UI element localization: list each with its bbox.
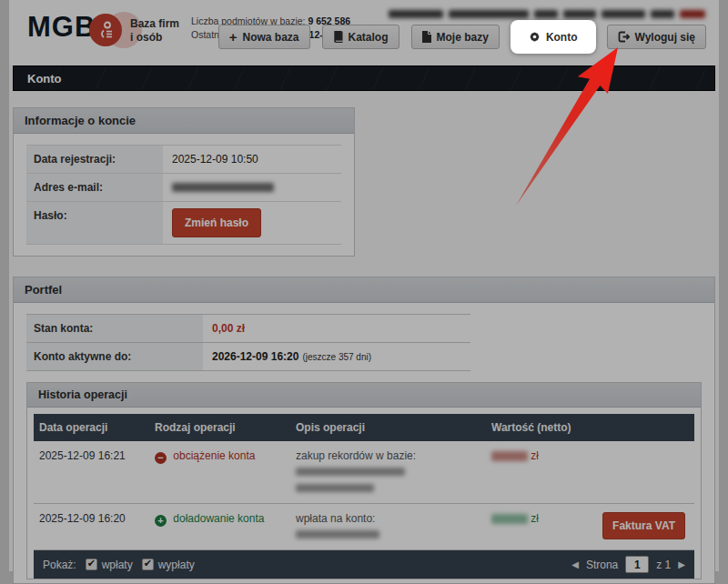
operations-history-title: Historia operacji bbox=[27, 383, 701, 408]
redacted-text bbox=[534, 10, 558, 18]
operation-date: 2025-12-09 16:21 bbox=[34, 441, 149, 470]
account-button[interactable]: Konto bbox=[518, 25, 589, 49]
gear-icon bbox=[529, 31, 541, 43]
filter-option-label[interactable]: wpłaty bbox=[102, 559, 133, 571]
registration-date-value: 2025-12-09 10:50 bbox=[163, 146, 341, 173]
viewport: MGBI Baza firm i osób bbox=[0, 0, 728, 584]
catalog-button[interactable]: Katalog bbox=[322, 25, 399, 49]
page-number-input[interactable] bbox=[625, 556, 649, 573]
col-desc: Opis operacji bbox=[290, 414, 486, 441]
operation-type: obciążenie konta bbox=[173, 449, 255, 462]
filter-option-label[interactable]: wypłaty bbox=[158, 559, 195, 571]
redacted-email bbox=[172, 183, 274, 192]
col-value: Wartość (netto) bbox=[486, 414, 694, 441]
filter-label: Pokaż: bbox=[43, 559, 76, 571]
col-date: Data operacji bbox=[34, 414, 149, 441]
active-until-label: Konto aktywne do: bbox=[26, 343, 203, 370]
redacted-desc-line bbox=[296, 484, 374, 492]
account-info-table: Data rejestracji: 2025-12-09 10:50 Adres… bbox=[26, 145, 341, 245]
balance-value: 0,00 zł bbox=[212, 322, 245, 335]
active-until-value: 2026-12-09 16:20 bbox=[212, 350, 298, 363]
operation-date: 2025-12-09 16:20 bbox=[34, 504, 149, 533]
redacted-user-info bbox=[389, 10, 705, 18]
redacted-text bbox=[651, 10, 674, 18]
pagination-label: Strona bbox=[586, 559, 618, 571]
redacted-text bbox=[389, 10, 443, 18]
table-row: Hasło: Zmień hasło bbox=[26, 201, 341, 245]
wallet-title: Portfel bbox=[14, 277, 714, 303]
col-type: Rodzaj operacji bbox=[149, 414, 290, 441]
logout-icon bbox=[618, 31, 630, 43]
plus-icon: + bbox=[229, 30, 238, 44]
logo-circle bbox=[89, 14, 122, 46]
balance-label: Stan konta: bbox=[26, 315, 203, 342]
currency: zł bbox=[531, 512, 539, 525]
operation-desc: zakup rekordów w bazie: bbox=[296, 449, 480, 462]
page: MGBI Baza firm i osób bbox=[9, 0, 719, 571]
redacted-amount bbox=[491, 514, 528, 524]
checkbox-wyplaty[interactable] bbox=[142, 559, 154, 570]
change-password-button[interactable]: Zmień hasło bbox=[172, 208, 261, 237]
redacted-desc-line bbox=[296, 530, 379, 539]
plus-circle-icon: + bbox=[155, 515, 167, 527]
tagline-line1: Baza firm bbox=[130, 17, 179, 31]
logo-tagline: Baza firm i osób bbox=[130, 17, 179, 45]
redacted-amount bbox=[491, 451, 528, 461]
operation-row: 2025-12-09 16:20 + doładowanie konta wpł… bbox=[34, 504, 694, 550]
redacted-text bbox=[602, 10, 645, 18]
operation-row: 2025-12-09 16:21 − obciążenie konta zaku… bbox=[34, 441, 694, 504]
page-title: Konto bbox=[13, 65, 715, 91]
wallet-panel: Portfel Stan konta: 0,00 zł Konto aktywn… bbox=[13, 277, 715, 584]
logout-button[interactable]: Wyloguj się bbox=[607, 25, 706, 49]
registration-date-label: Data rejestracji: bbox=[26, 146, 163, 173]
main-nav: + Nowa baza Katalog Moje bazy bbox=[218, 25, 706, 49]
pagination: ◀ Strona z 1 ▶ bbox=[571, 556, 685, 573]
redacted-desc-line bbox=[296, 468, 405, 476]
my-databases-button[interactable]: Moje bazy bbox=[411, 25, 500, 49]
table-row: Stan konta: 0,00 zł bbox=[26, 314, 470, 342]
redacted-text-red bbox=[680, 10, 705, 18]
table-row: Adres e-mail: bbox=[26, 173, 341, 201]
book-icon bbox=[333, 31, 343, 43]
currency: zł bbox=[531, 449, 539, 462]
active-until-note: (jeszcze 357 dni) bbox=[302, 352, 371, 362]
operation-type: doładowanie konta bbox=[173, 512, 264, 525]
checkbox-wplaty[interactable] bbox=[86, 559, 97, 570]
table-row: Data rejestracji: 2025-12-09 10:50 bbox=[26, 145, 341, 173]
prev-page-icon[interactable]: ◀ bbox=[571, 559, 579, 569]
app-header: MGBI Baza firm i osób bbox=[9, 0, 719, 65]
redacted-text bbox=[563, 10, 596, 18]
operation-desc: wpłata na konto: bbox=[296, 512, 480, 525]
file-icon bbox=[422, 31, 431, 43]
operations-history-section: Historia operacji Data operacji Rodzaj o… bbox=[26, 382, 702, 579]
account-info-title: Informacje o koncie bbox=[14, 108, 354, 134]
tagline-line2: i osób bbox=[130, 31, 179, 45]
operations-table-footer: Pokaż: wpłaty wypłaty ◀ Strona z 1 bbox=[34, 550, 694, 579]
minus-circle-icon: − bbox=[155, 452, 167, 464]
password-label: Hasło: bbox=[26, 202, 163, 244]
wallet-table: Stan konta: 0,00 zł Konto aktywne do: 20… bbox=[26, 314, 470, 371]
next-page-icon[interactable]: ▶ bbox=[678, 559, 685, 569]
invoice-button[interactable]: Faktura VAT bbox=[602, 512, 685, 539]
email-label: Adres e-mail: bbox=[26, 174, 163, 201]
person-list-icon bbox=[96, 21, 115, 39]
new-database-button[interactable]: + Nowa baza bbox=[218, 25, 310, 49]
table-row: Konto aktywne do: 2026-12-09 16:20 (jesz… bbox=[26, 342, 470, 371]
operations-table-header: Data operacji Rodzaj operacji Opis opera… bbox=[34, 414, 694, 441]
pagination-of: z 1 bbox=[656, 559, 671, 571]
redacted-text bbox=[449, 10, 529, 18]
account-info-panel: Informacje o koncie Data rejestracji: 20… bbox=[13, 107, 355, 257]
